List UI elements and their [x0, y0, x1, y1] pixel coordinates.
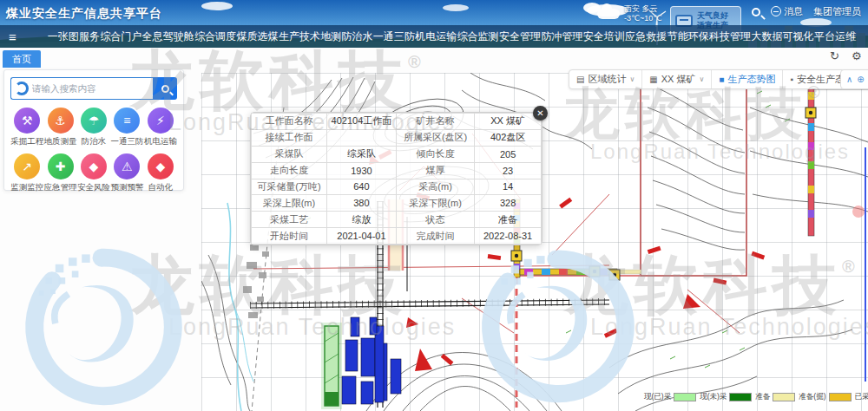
page-title: 煤业安全生产信息共享平台	[6, 6, 162, 22]
app-electromechanical[interactable]: ⚡机电运输	[144, 108, 177, 147]
mine-selector-dropdown[interactable]: ▦ XX 煤矿∨	[642, 70, 712, 88]
hamburger-icon[interactable]: ≡	[0, 29, 25, 44]
chevron-down-icon: ∨	[629, 75, 635, 83]
app-mining-engineering[interactable]: ⚒采掘工程	[10, 108, 43, 147]
search-box	[10, 77, 153, 100]
dragon-logo-watermark	[19, 245, 184, 409]
grid-icon: ▤	[576, 75, 584, 84]
plug-icon: ⚡	[148, 108, 174, 134]
umbrella-icon: ☂	[81, 108, 107, 134]
messages-link[interactable]: 消息	[771, 5, 803, 18]
main-nav: ≡ 一张图服务 综合门户 全息驾驶舱 综合调度 煤质选煤 生产技术 地测防治水 …	[0, 25, 868, 48]
app-water-control[interactable]: ☂防治水	[77, 108, 110, 147]
nav-rockburst[interactable]: 防冲管理	[541, 29, 582, 44]
nav-ventilation[interactable]: 一通三防	[373, 29, 415, 44]
weather-location: 西安 多云	[624, 4, 661, 14]
gem-icon: ◆	[148, 153, 174, 179]
search-input[interactable]	[29, 83, 153, 94]
region-stats-dropdown[interactable]: ▤ 区域统计∨	[569, 70, 642, 88]
close-icon[interactable]: ✕	[533, 106, 548, 121]
cloud-icon	[597, 9, 620, 19]
app-ventilation[interactable]: ≡一通三防	[110, 108, 143, 147]
nav-bigdata[interactable]: 大数据可视化	[752, 29, 814, 44]
nav-map-service[interactable]: 一张图服务	[48, 29, 100, 44]
face-status-legend: 现(已)采 现(未)采 准备 准备(掘) 已采	[644, 392, 868, 402]
locate-icon: ⊕	[857, 75, 864, 84]
nav-ops[interactable]: 平台运维	[814, 29, 856, 44]
alert-dot	[852, 206, 865, 218]
nav-tech-mgmt[interactable]: 科技管理	[709, 29, 751, 44]
bar-chart-icon: ▦	[649, 75, 657, 84]
legend-swatch	[829, 393, 852, 401]
app-forecast-warning[interactable]: ⚠预测预警	[110, 153, 143, 193]
first-aid-icon: ✚	[48, 153, 74, 179]
legend-swatch	[674, 393, 696, 401]
layers-icon: ■	[719, 75, 724, 84]
nav-coal-quality[interactable]: 煤质选煤	[236, 29, 278, 44]
nav-energy[interactable]: 节能环保	[667, 29, 709, 44]
nav-electromech[interactable]: 机电运输	[415, 29, 457, 44]
gem-icon: ◆	[81, 153, 107, 179]
legend-swatch	[729, 393, 752, 401]
map-corner-icons: ↻ ⚙	[830, 49, 862, 62]
nav-dispatch[interactable]: 综合调度	[194, 29, 236, 44]
legend-item: 准备(掘)	[799, 392, 851, 402]
nav-cockpit[interactable]: 全息驾驶舱	[142, 29, 194, 44]
sliders-icon: ≡	[114, 108, 140, 134]
app-safety-risk[interactable]: ◆安全风险	[77, 153, 110, 193]
nav-emergency[interactable]: 应急救援	[625, 29, 667, 44]
refresh-icon[interactable]: ↻	[830, 49, 839, 62]
nav-portal[interactable]: 综合门户	[100, 29, 141, 44]
green-face-block	[321, 323, 342, 409]
message-icon	[771, 6, 781, 16]
collapse-icon: ∧	[846, 75, 852, 84]
weather-summary: 西安 多云 -3℃~10℃	[597, 4, 661, 23]
legend-item: 已采	[855, 392, 868, 402]
nav-training[interactable]: 安全培训	[583, 29, 625, 44]
admin-user-label[interactable]: 集团管理员	[813, 5, 861, 18]
pickaxe-icon: ⚒	[14, 108, 40, 134]
legend-item: 准备	[755, 392, 795, 402]
page: 煤业安全生产信息共享平台 西安 多云 -3℃~10℃ 天气良好 适宜生产 消息 …	[0, 0, 868, 411]
extra-tools-button[interactable]: ∧ ⊕	[840, 69, 868, 89]
weather-slogan-1: 天气良好	[697, 11, 728, 21]
search-icon	[161, 85, 169, 93]
working-face-table: 工作面名称402104工作面矿井名称XX 煤矿 接续工作面所属采区(盘区)402…	[251, 113, 542, 245]
warning-icon: ⚠	[114, 153, 140, 179]
production-view-button[interactable]: ■ 生产态势图	[712, 70, 783, 88]
working-face-info-dialog: 工作面名称402104工作面矿井名称XX 煤矿 接续工作面所属采区(盘区)402…	[250, 112, 542, 245]
legend-item: 现(未)采	[700, 392, 752, 402]
tab-home[interactable]: 首页	[3, 50, 41, 68]
layers-icon: ▪	[790, 75, 793, 84]
map-toolbar: ▤ 区域统计∨ ▦ XX 煤矿∨ ■ 生产态势图 ▪ 安全生产态势图∨ ▪ 工具…	[569, 69, 868, 89]
anchor-icon: ⚓	[48, 108, 74, 134]
search-icon[interactable]	[752, 8, 760, 16]
trend-chart-icon: ↗	[14, 153, 40, 179]
nav-production-tech[interactable]: 生产技术	[279, 29, 320, 44]
quick-access-panel: ⚒采掘工程 ⚓地质测量 ☂防治水 ≡一通三防 ⚡机电运输 ↗监测监控 ✚应急管理…	[3, 69, 184, 191]
longruan-logo-icon	[15, 82, 29, 95]
app-automation[interactable]: ◆自动化	[144, 153, 177, 193]
nav-monitoring[interactable]: 综合监测	[457, 29, 499, 44]
nav-safety-mgmt[interactable]: 安全管理	[499, 29, 541, 44]
legend-swatch	[773, 393, 795, 401]
app-monitoring[interactable]: ↗监测监控	[10, 153, 43, 193]
weather-temp: -3℃~10℃	[624, 14, 661, 23]
legend-item: 现(已)采	[644, 392, 696, 402]
nav-geology-water[interactable]: 地测防治水	[320, 29, 372, 44]
gear-icon[interactable]: ⚙	[852, 49, 862, 62]
chevron-down-icon: ∨	[700, 75, 705, 83]
app-emergency-mgmt[interactable]: ✚应急管理	[43, 153, 76, 193]
app-geological-survey[interactable]: ⚓地质测量	[43, 108, 76, 147]
search-button[interactable]	[153, 77, 177, 100]
